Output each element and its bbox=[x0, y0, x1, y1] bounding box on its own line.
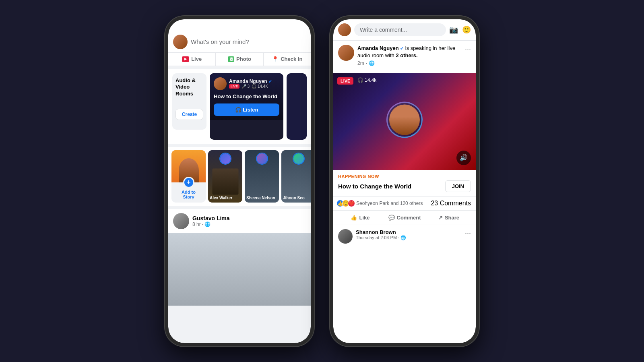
share-action[interactable]: ↗ Share bbox=[427, 211, 471, 224]
partial-room-card bbox=[287, 73, 307, 140]
photo-label: Photo bbox=[236, 56, 251, 62]
happening-title: How to Change the World bbox=[338, 183, 411, 190]
story-item-jihoon[interactable]: Jihoon Seo bbox=[281, 150, 311, 203]
listener-count: 14.4k bbox=[365, 77, 376, 83]
headphone-icon: 🎧 bbox=[357, 77, 363, 83]
mind-placeholder: What's on your mind? bbox=[191, 38, 306, 45]
featured-room-inner: Amanda Nguyen ✔ LIVE 🎤 3 🎧 14.4K How to … bbox=[210, 73, 283, 120]
left-phone: What's on your mind? ▶ Live 🖼 Photo 📍 Ch… bbox=[165, 16, 314, 346]
speaker-circle-inner bbox=[388, 103, 421, 137]
comment-icon: 💬 bbox=[388, 215, 395, 221]
add-story-item[interactable]: + Add to Story bbox=[171, 150, 206, 203]
comment-input[interactable]: Write a comment... bbox=[354, 23, 446, 36]
speaker-circle-wrapper bbox=[386, 101, 423, 138]
comment-meta: Thursday at 2:04 PM · 🌐 bbox=[356, 235, 462, 240]
headphone-overlay: 🎧 14.4k bbox=[357, 77, 376, 83]
story-alex-avatar-ring bbox=[219, 153, 231, 165]
share-label: Share bbox=[445, 215, 459, 221]
comment-icons: 📷 🙂 bbox=[449, 25, 471, 34]
live-action[interactable]: ▶ Live bbox=[168, 53, 216, 66]
rooms-section: Audio & Video Rooms Create Amanda Nguyen… bbox=[168, 69, 311, 144]
rooms-label-box: Audio & Video Rooms Create bbox=[172, 73, 206, 130]
emoji-icon[interactable]: 🙂 bbox=[462, 25, 471, 34]
comment-avatar bbox=[338, 23, 351, 36]
right-phone: Write a comment... 📷 🙂 Amanda Nguyen ✔ i… bbox=[330, 16, 479, 346]
post-options-button[interactable]: ··· bbox=[465, 45, 471, 53]
post-item: Gustavo Lima 8 hr · 🌐 bbox=[168, 209, 311, 233]
camera-icon[interactable]: 📷 bbox=[449, 25, 458, 34]
story-sheena-name: Sheena Nelson bbox=[246, 196, 277, 200]
comment-options-button[interactable]: ··· bbox=[465, 229, 471, 238]
right-screen: Write a comment... 📷 🙂 Amanda Nguyen ✔ i… bbox=[333, 19, 476, 343]
live-icon: ▶ bbox=[182, 56, 189, 62]
reactions-row: 👍 😲 ❤️ Seohyeon Park and 120 others 23 C… bbox=[333, 197, 476, 211]
checkin-label: Check In bbox=[281, 56, 302, 62]
post-header: Amanda Nguyen ✔ is speaking in her live … bbox=[338, 45, 471, 67]
happening-row: How to Change the World JOIN bbox=[338, 180, 471, 192]
verified-badge: ✔ bbox=[268, 79, 272, 84]
checkin-icon: 📍 bbox=[272, 56, 279, 62]
poster-avatar bbox=[173, 213, 189, 229]
listen-button[interactable]: 🎧 Listen bbox=[214, 103, 279, 116]
verified-check: ✔ bbox=[400, 46, 404, 51]
post-image bbox=[168, 233, 311, 306]
stories-section: + Add to Story Alex Walker bbox=[168, 147, 311, 206]
host-avatar bbox=[214, 77, 227, 90]
share-icon: ↗ bbox=[438, 215, 443, 221]
post-author: Amanda Nguyen bbox=[357, 45, 399, 51]
photo-action[interactable]: 🖼 Photo bbox=[216, 53, 263, 66]
whats-on-mind-bar[interactable]: What's on your mind? bbox=[168, 31, 311, 53]
live-overlay-badge: LIVE bbox=[337, 77, 353, 85]
commenter-name: Shannon Brown bbox=[356, 229, 462, 235]
status-bar-left bbox=[168, 19, 311, 31]
poster-name: Gustavo Lima bbox=[192, 215, 230, 221]
post-actions: 👍 Like 💬 Comment ↗ Share bbox=[333, 211, 476, 225]
create-button[interactable]: Create bbox=[175, 109, 203, 120]
post-time: 2m · 🌐 bbox=[357, 60, 462, 67]
checkin-action[interactable]: 📍 Check In bbox=[264, 53, 311, 66]
add-story-text: Add to Story bbox=[180, 188, 197, 201]
comments-count: 23 Comments bbox=[431, 200, 471, 207]
room-title: How to Change the World bbox=[214, 93, 279, 99]
story-jihoon-avatar-ring bbox=[293, 153, 305, 165]
reaction-emojis: 👍 😲 ❤️ Seohyeon Park and 120 others bbox=[338, 200, 423, 207]
photo-icon: 🖼 bbox=[228, 56, 234, 62]
right-post-card: Amanda Nguyen ✔ is speaking in her live … bbox=[333, 41, 476, 73]
like-action[interactable]: 👍 Like bbox=[338, 211, 382, 224]
host-name: Amanda Nguyen bbox=[229, 79, 267, 84]
room-host-row: Amanda Nguyen ✔ LIVE 🎤 3 🎧 14.4K bbox=[214, 77, 279, 90]
happening-label: HAPPENING NOW bbox=[338, 174, 471, 179]
host-info: Amanda Nguyen ✔ LIVE 🎤 3 🎧 14.4K bbox=[229, 79, 279, 89]
volume-button[interactable]: 🔊 bbox=[456, 151, 471, 165]
story-alex-name: Alex Walker bbox=[210, 196, 241, 200]
speaker-face bbox=[389, 104, 420, 135]
reaction-names: Seohyeon Park and 120 others bbox=[356, 201, 423, 206]
mic-count: 🎤 3 bbox=[242, 84, 250, 89]
live-label: Live bbox=[191, 56, 202, 62]
poster-meta: 8 hr · 🌐 bbox=[192, 221, 230, 227]
user-avatar bbox=[173, 35, 188, 49]
featured-room-card[interactable]: Amanda Nguyen ✔ LIVE 🎤 3 🎧 14.4K How to … bbox=[210, 73, 283, 140]
story-item-sheena[interactable]: Sheena Nelson bbox=[245, 150, 279, 203]
room-stats: LIVE 🎤 3 🎧 14.4K bbox=[229, 84, 279, 89]
story-add-top: + bbox=[171, 150, 206, 182]
left-screen: What's on your mind? ▶ Live 🖼 Photo 📍 Ch… bbox=[168, 19, 311, 343]
right-post-avatar bbox=[338, 45, 354, 61]
comment-label: Comment bbox=[397, 215, 421, 221]
post-text: Amanda Nguyen ✔ is speaking in her live … bbox=[357, 45, 462, 67]
live-badge: LIVE bbox=[229, 84, 239, 89]
story-sheena-avatar-ring bbox=[256, 153, 268, 165]
story-item-alex[interactable]: Alex Walker bbox=[208, 150, 242, 203]
join-button[interactable]: JOIN bbox=[445, 180, 471, 192]
emoji-icons: 👍 😲 ❤️ bbox=[338, 200, 355, 207]
rooms-title: Audio & Video Rooms bbox=[175, 77, 203, 98]
like-label: Like bbox=[359, 215, 369, 221]
commenter-details: Shannon Brown Thursday at 2:04 PM · 🌐 bbox=[356, 229, 462, 240]
host-name-row: Amanda Nguyen ✔ bbox=[229, 79, 279, 84]
commenter-avatar bbox=[338, 229, 353, 244]
headphone-count: 🎧 14.4K bbox=[252, 84, 268, 89]
heart-emoji: ❤️ bbox=[348, 200, 355, 207]
comment-action[interactable]: 💬 Comment bbox=[382, 211, 427, 224]
speaker-person bbox=[386, 101, 423, 138]
live-video[interactable]: LIVE 🎧 14.4k 🔊 bbox=[333, 73, 476, 170]
